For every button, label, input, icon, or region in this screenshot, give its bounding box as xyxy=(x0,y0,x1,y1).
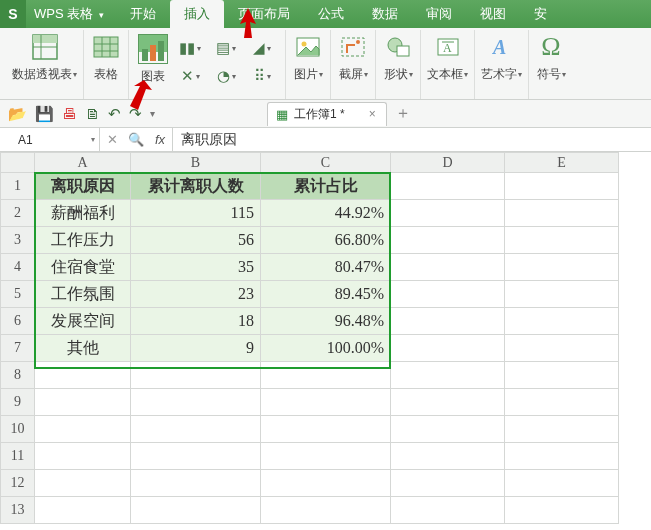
cell[interactable] xyxy=(131,362,261,389)
ribbon-group-symbol[interactable]: Ω 符号▾ xyxy=(529,30,573,99)
cell[interactable] xyxy=(131,416,261,443)
chart-type-pie-icon[interactable]: ◔▾ xyxy=(211,64,241,88)
cell-B2[interactable]: 115 xyxy=(131,200,261,227)
print-icon[interactable]: 🖶 xyxy=(62,105,77,122)
ribbon-group-screenshot[interactable]: 截屏▾ xyxy=(331,30,376,99)
cell[interactable] xyxy=(261,362,391,389)
menu-tab-page-layout[interactable]: 页面布局 xyxy=(224,0,304,28)
redo-icon[interactable]: ↷ xyxy=(129,105,142,123)
col-header-E[interactable]: E xyxy=(505,153,619,173)
cell[interactable] xyxy=(261,389,391,416)
chart-type-scatter-icon[interactable]: ⠿▾ xyxy=(247,64,277,88)
menu-tab-extra[interactable]: 安 xyxy=(520,0,561,28)
cell[interactable] xyxy=(35,362,131,389)
row-header[interactable]: 5 xyxy=(1,281,35,308)
cell-E5[interactable] xyxy=(505,281,619,308)
row-header[interactable]: 6 xyxy=(1,308,35,335)
cell[interactable] xyxy=(391,416,505,443)
chart-type-area-icon[interactable]: ◢▾ xyxy=(247,36,277,60)
close-icon[interactable]: × xyxy=(369,107,376,121)
formula-accept-icon[interactable]: 🔍 xyxy=(124,132,148,147)
cell-B5[interactable]: 23 xyxy=(131,281,261,308)
ribbon-group-picture[interactable]: 图片▾ xyxy=(286,30,331,99)
cell[interactable] xyxy=(505,470,619,497)
save-icon[interactable]: 💾 xyxy=(35,105,54,123)
col-header-D[interactable]: D xyxy=(391,153,505,173)
cell-A3[interactable]: 工作压力 xyxy=(35,227,131,254)
folder-open-icon[interactable]: 📂 xyxy=(8,105,27,123)
cell[interactable] xyxy=(131,470,261,497)
new-tab-button[interactable]: ＋ xyxy=(395,103,411,124)
cell-C7[interactable]: 100.00% xyxy=(261,335,391,362)
cell-C6[interactable]: 96.48% xyxy=(261,308,391,335)
menu-tab-formulas[interactable]: 公式 xyxy=(304,0,358,28)
cell-D6[interactable] xyxy=(391,308,505,335)
cell[interactable] xyxy=(505,389,619,416)
chart-button[interactable]: 图表 xyxy=(137,32,169,85)
cell[interactable] xyxy=(505,362,619,389)
cell-E1[interactable] xyxy=(505,173,619,200)
ribbon-group-wordart[interactable]: A 艺术字▾ xyxy=(475,30,529,99)
cell-B3[interactable]: 56 xyxy=(131,227,261,254)
cell[interactable] xyxy=(391,497,505,524)
ribbon-group-textbox[interactable]: A 文本框▾ xyxy=(421,30,475,99)
cell-E2[interactable] xyxy=(505,200,619,227)
cell-D1[interactable] xyxy=(391,173,505,200)
cell[interactable] xyxy=(261,497,391,524)
cell[interactable] xyxy=(35,389,131,416)
cell-C2[interactable]: 44.92% xyxy=(261,200,391,227)
cell-D7[interactable] xyxy=(391,335,505,362)
cell[interactable] xyxy=(505,416,619,443)
cell[interactable] xyxy=(35,416,131,443)
cell[interactable] xyxy=(261,470,391,497)
cell-D5[interactable] xyxy=(391,281,505,308)
cell-E3[interactable] xyxy=(505,227,619,254)
cell-D3[interactable] xyxy=(391,227,505,254)
row-header[interactable]: 4 xyxy=(1,254,35,281)
cell-A5[interactable]: 工作氛围 xyxy=(35,281,131,308)
chart-type-bar-icon[interactable]: ▤▾ xyxy=(211,36,241,60)
cell-C4[interactable]: 80.47% xyxy=(261,254,391,281)
menu-tab-data[interactable]: 数据 xyxy=(358,0,412,28)
app-name[interactable]: WPS 表格 ▾ xyxy=(26,5,112,23)
row-header[interactable]: 1 xyxy=(1,173,35,200)
cell[interactable] xyxy=(391,443,505,470)
row-header[interactable]: 2 xyxy=(1,200,35,227)
formula-input[interactable]: 离职原因 xyxy=(173,128,651,151)
cell-C5[interactable]: 89.45% xyxy=(261,281,391,308)
chart-type-line-icon[interactable]: ✕▾ xyxy=(175,64,205,88)
name-box[interactable]: A1 ▾ xyxy=(0,128,100,151)
cell-B7[interactable]: 9 xyxy=(131,335,261,362)
cell[interactable] xyxy=(391,389,505,416)
fx-icon[interactable]: fx xyxy=(148,132,172,147)
col-header-B[interactable]: B xyxy=(131,153,261,173)
cell-A6[interactable]: 发展空间 xyxy=(35,308,131,335)
cell-C1[interactable]: 累计占比 xyxy=(261,173,391,200)
cell[interactable] xyxy=(391,362,505,389)
cell[interactable] xyxy=(505,497,619,524)
row-header[interactable]: 8 xyxy=(1,362,35,389)
row-header[interactable]: 9 xyxy=(1,389,35,416)
undo-icon[interactable]: ↶ xyxy=(108,105,121,123)
menu-tab-view[interactable]: 视图 xyxy=(466,0,520,28)
cell-D2[interactable] xyxy=(391,200,505,227)
cell-A7[interactable]: 其他 xyxy=(35,335,131,362)
select-all-corner[interactable] xyxy=(1,153,35,173)
cell[interactable] xyxy=(35,470,131,497)
cell-E6[interactable] xyxy=(505,308,619,335)
chart-type-column-icon[interactable]: ▮▮▾ xyxy=(175,36,205,60)
cell-E4[interactable] xyxy=(505,254,619,281)
formula-cancel-icon[interactable]: ✕ xyxy=(100,132,124,147)
cell-C3[interactable]: 66.80% xyxy=(261,227,391,254)
qat-more-icon[interactable]: ▾ xyxy=(150,108,155,119)
cell[interactable] xyxy=(505,443,619,470)
cell[interactable] xyxy=(35,497,131,524)
cell-D4[interactable] xyxy=(391,254,505,281)
cell-E7[interactable] xyxy=(505,335,619,362)
cell-B6[interactable]: 18 xyxy=(131,308,261,335)
menu-tab-review[interactable]: 审阅 xyxy=(412,0,466,28)
row-header[interactable]: 3 xyxy=(1,227,35,254)
col-header-C[interactable]: C xyxy=(261,153,391,173)
cell-A4[interactable]: 住宿食堂 xyxy=(35,254,131,281)
cell[interactable] xyxy=(131,497,261,524)
